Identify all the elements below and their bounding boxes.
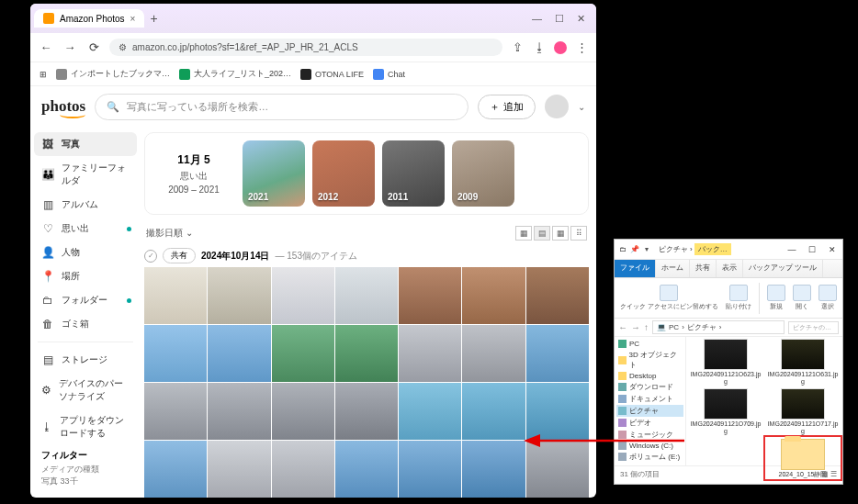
breadcrumb[interactable]: 💻 PC› ピクチャ› <box>652 320 785 334</box>
photo-thumbnail[interactable] <box>399 267 461 324</box>
photo-thumbnail[interactable] <box>399 383 461 440</box>
photo-thumbnail[interactable] <box>335 267 398 324</box>
ribbon-tab-share[interactable]: 共有 <box>690 260 717 277</box>
sidebar-item-devices[interactable]: ⚙デバイスのパーソナライズ <box>34 372 137 409</box>
address-bar[interactable]: ⚙ amazon.co.jp/photos?sf=1&ref_=AP_JP_HR… <box>109 39 502 56</box>
photo-thumbnail[interactable] <box>526 325 589 382</box>
sidebar-item-albums[interactable]: ▥アルバム <box>34 193 137 217</box>
sidebar-item-memories[interactable]: ♡思い出 <box>34 217 137 241</box>
photo-thumbnail[interactable] <box>335 441 398 498</box>
photo-thumbnail[interactable] <box>462 267 525 324</box>
photo-thumbnail[interactable] <box>399 325 461 382</box>
explorer-search[interactable]: ピクチャの… <box>788 321 839 334</box>
sidebar-item-photos[interactable]: 🖼写真 <box>34 132 137 156</box>
menu-icon[interactable]: ⋮ <box>574 40 589 54</box>
photo-thumbnail[interactable] <box>272 267 334 324</box>
chevron-down-icon[interactable]: ⌄ <box>578 102 585 112</box>
view-large-icon[interactable]: ▦ <box>515 226 532 241</box>
ribbon-paste[interactable]: 貼り付け <box>726 285 751 311</box>
sidebar-item-family[interactable]: 👪ファミリーフォルダ <box>34 156 137 193</box>
filter-photos-count[interactable]: 写真 33千 <box>34 476 137 487</box>
forward-icon[interactable]: → <box>62 40 78 54</box>
close-tab-icon[interactable]: × <box>130 14 136 24</box>
photo-thumbnail[interactable] <box>144 383 207 440</box>
reload-icon[interactable]: ⟳ <box>85 40 102 54</box>
photo-thumbnail[interactable] <box>462 441 525 498</box>
maximize-icon[interactable]: ☐ <box>555 13 564 25</box>
tree-documents[interactable]: ドキュメント <box>616 393 683 405</box>
photo-thumbnail[interactable] <box>526 383 589 440</box>
photo-thumbnail[interactable] <box>462 325 525 382</box>
photo-thumbnail[interactable] <box>462 383 525 440</box>
select-all-checkbox[interactable]: ✓ <box>144 250 157 263</box>
bookmark-item[interactable]: 大人ライフ_リスト_202… <box>179 68 291 80</box>
photo-thumbnail[interactable] <box>399 441 461 498</box>
file-item[interactable]: IMG2024091121O631.jpg <box>767 339 839 385</box>
share-button[interactable]: 共有 <box>163 248 196 263</box>
ribbon-new[interactable]: 新規 <box>767 285 785 311</box>
sidebar-item-people[interactable]: 👤人物 <box>34 241 137 264</box>
tree-music[interactable]: ミュージック <box>616 429 683 441</box>
new-tab-button[interactable]: + <box>150 11 157 26</box>
sort-dropdown[interactable]: 撮影日順 ⌄ <box>146 227 193 240</box>
download-icon[interactable]: ⭳ <box>532 40 547 54</box>
ribbon-tab-view[interactable]: 表示 <box>717 260 743 277</box>
sidebar-item-download-app[interactable]: ⭳アプリをダウンロードする <box>34 409 137 445</box>
bookmark-folder[interactable]: インポートしたブックマ… <box>56 68 170 80</box>
maximize-icon[interactable]: ☐ <box>802 241 822 259</box>
memory-card[interactable]: 2021 <box>243 140 305 207</box>
file-item[interactable]: IMG2024091121O623.jpg <box>690 339 762 385</box>
bookmark-item[interactable]: OTONA LIFE <box>300 69 364 80</box>
back-icon[interactable]: ← <box>38 40 54 54</box>
add-button[interactable]: ＋ 追加 <box>478 95 536 119</box>
view-tiny-icon[interactable]: ⠿ <box>570 226 587 241</box>
ribbon-select[interactable]: 選択 <box>818 285 837 311</box>
photo-thumbnail[interactable] <box>335 383 398 440</box>
ribbon-pin-quickaccess[interactable]: クイック アクセスにピン留めする <box>620 285 718 311</box>
view-mode-icons[interactable]: ▦ ☰ <box>821 470 837 478</box>
tree-drive-c[interactable]: Windows (C:) <box>616 441 683 451</box>
sidebar-item-places[interactable]: 📍場所 <box>34 264 137 288</box>
photo-thumbnail[interactable] <box>208 383 270 440</box>
photo-thumbnail[interactable] <box>208 441 270 498</box>
view-medium-icon[interactable]: ▤ <box>534 226 550 241</box>
share-icon[interactable]: ⇪ <box>510 40 525 54</box>
back-icon[interactable]: ← <box>618 322 627 332</box>
tree-pc[interactable]: PC <box>616 339 683 349</box>
minimize-icon[interactable]: — <box>782 241 802 259</box>
photo-thumbnail[interactable] <box>526 267 589 324</box>
minimize-icon[interactable]: — <box>532 13 542 25</box>
chevron-down-icon[interactable]: ▾ <box>642 245 651 254</box>
memory-card[interactable]: 2012 <box>312 140 375 207</box>
photo-thumbnail[interactable] <box>272 383 334 440</box>
profile-avatar[interactable] <box>554 41 567 54</box>
ribbon-tab-file[interactable]: ファイル <box>615 260 656 277</box>
up-icon[interactable]: ↑ <box>644 322 649 332</box>
ribbon-tab-home[interactable]: ホーム <box>656 260 690 277</box>
apps-icon[interactable]: ⊞ <box>40 70 47 79</box>
sidebar-item-trash[interactable]: 🗑ゴミ箱 <box>34 312 137 336</box>
tree-videos[interactable]: ビデオ <box>616 417 683 429</box>
memory-card[interactable]: 2009 <box>452 140 514 207</box>
browser-tab[interactable]: Amazon Photos × <box>34 9 144 28</box>
forward-icon[interactable]: → <box>631 322 640 332</box>
search-input[interactable]: 🔍 写真に写っている場所を検索… <box>95 94 469 120</box>
photo-thumbnail[interactable] <box>208 267 270 324</box>
file-item[interactable]: IMG2024091121O709.jpg <box>690 388 762 434</box>
user-avatar[interactable] <box>545 95 569 118</box>
view-small-icon[interactable]: ▦ <box>552 226 569 241</box>
bookmark-item[interactable]: Chat <box>373 69 405 80</box>
memory-card[interactable]: 2011 <box>382 140 445 207</box>
ribbon-open[interactable]: 開く <box>793 285 811 311</box>
sidebar-item-folders[interactable]: 🗀フォルダー <box>34 288 137 312</box>
photo-thumbnail[interactable] <box>144 441 207 498</box>
photo-thumbnail[interactable] <box>144 325 207 382</box>
photo-thumbnail[interactable] <box>272 325 334 382</box>
photo-thumbnail[interactable] <box>144 267 207 324</box>
tree-downloads[interactable]: ダウンロード <box>616 381 683 393</box>
amazon-photos-logo[interactable]: photos <box>41 97 85 116</box>
photo-thumbnail[interactable] <box>335 325 398 382</box>
site-info-icon[interactable]: ⚙ <box>119 42 127 52</box>
ribbon-tab-backup[interactable]: バックアップ ツール <box>743 260 823 277</box>
photo-thumbnail[interactable] <box>272 441 334 498</box>
